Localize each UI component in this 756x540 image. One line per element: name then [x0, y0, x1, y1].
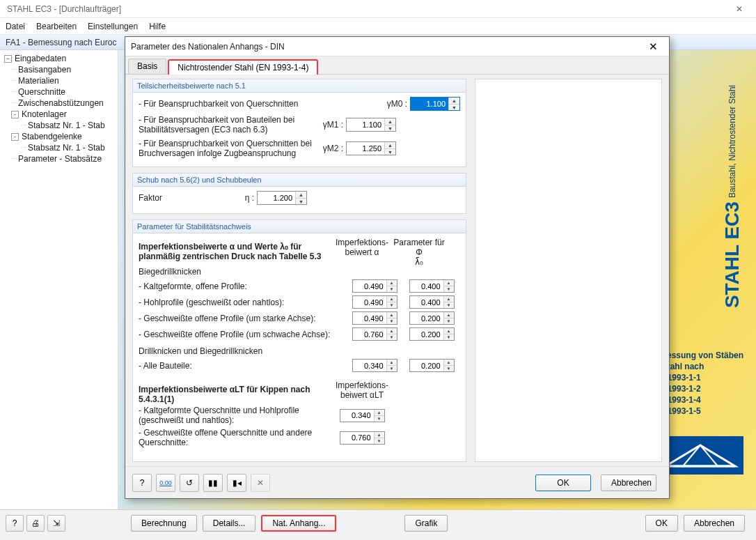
tree-item[interactable]: ⋯ Stabsatz Nr. 1 - Stab [1, 120, 116, 131]
svg-line-2 [683, 445, 700, 466]
dialog-tabs: Basis Nichtrostender Stahl (EN 1993-1-4) [125, 56, 669, 75]
tree-item[interactable]: -Stabendgelenke [1, 131, 116, 142]
units-icon[interactable]: 0.00 [156, 474, 175, 492]
tree-item[interactable]: ⋯ Zwischenabstützungen [1, 98, 116, 109]
col-lambda-header: Parameter für Φ λ̄₀ [391, 238, 448, 267]
spin-up-icon[interactable]: ▲ [449, 98, 459, 104]
nat-anhang-button[interactable]: Nat. Anhang... [261, 515, 336, 532]
tree-toggle-icon[interactable]: - [11, 133, 19, 141]
lambda-all-input[interactable]: ▲▼ [409, 359, 455, 372]
col-alpha-header: Imperfektions- beiwert α [333, 238, 391, 267]
alphalt-input-0[interactable]: ▲▼ [340, 409, 385, 422]
alpha-input-0[interactable]: ▲▼ [352, 279, 397, 293]
dialog-ok-button[interactable]: OK [535, 475, 591, 491]
alpha-input-2[interactable]: ▲▼ [352, 311, 397, 325]
window-close-icon[interactable]: ✕ [725, 4, 753, 14]
menu-hilfe[interactable]: Hilfe [149, 22, 166, 31]
bottom-toolbar: ? 🖨 ⇲ Berechnung Details... Nat. Anhang.… [0, 509, 756, 540]
tree-toggle-icon[interactable]: - [11, 111, 19, 118]
dialog-title-bar: Parameter des Nationalen Anhangs - DIN ✕ [125, 37, 669, 56]
details-button[interactable]: Details... [203, 515, 256, 532]
dialog-preview-panel [475, 79, 662, 462]
gamma-m2-input[interactable]: ▲▼ [346, 141, 396, 155]
dialog-close-icon[interactable]: ✕ [643, 40, 663, 53]
alpha-input-1[interactable]: ▲▼ [352, 295, 397, 309]
lambda-input-1[interactable]: ▲▼ [409, 295, 455, 309]
dialog-title: Parameter des Nationalen Anhangs - DIN [131, 42, 643, 52]
gamma-m1-input[interactable]: ▲▼ [346, 118, 396, 132]
tree-item[interactable]: ⋯ Querschnitte [1, 86, 116, 98]
tree-toggle-icon[interactable]: − [4, 55, 12, 63]
help-icon[interactable]: ? [132, 474, 152, 492]
group-schub: Schub nach 5.6(2) und Schubbeulen Faktor… [132, 173, 466, 214]
lambda-input-2[interactable]: ▲▼ [409, 311, 455, 325]
grafik-button[interactable]: Grafik [404, 515, 448, 532]
lambda-input-3[interactable]: ▲▼ [409, 327, 455, 341]
svg-line-3 [700, 445, 718, 466]
tree-item[interactable]: -Knotenlager [1, 109, 116, 120]
brand-logo: STAHL EC3 Baustahl, Nichtrostender Stahl [721, 85, 743, 308]
app-title: STAHL EC3 - [Durchlaufträger] [3, 4, 725, 14]
menu-datei[interactable]: Datei [6, 22, 25, 31]
app-title-bar: STAHL EC3 - [Durchlaufträger] ✕ [0, 0, 756, 18]
delete-icon: ✕ [251, 474, 270, 492]
tree-item[interactable]: ⋯ Stabsatz Nr. 1 - Stab [1, 142, 116, 153]
tab-nichtrostender-stahl[interactable]: Nichtrostender Stahl (EN 1993-1-4) [168, 59, 318, 75]
tree-item[interactable]: ⋯ Parameter - Stabsätze [1, 153, 116, 164]
tab-basis[interactable]: Basis [128, 59, 166, 74]
national-annex-dialog: Parameter des Nationalen Anhangs - DIN ✕… [125, 36, 670, 499]
svg-marker-0 [666, 445, 735, 466]
gamma-m0-input[interactable]: ▲▼ [410, 97, 460, 111]
sub-title: FA1 - Bemessung nach Euroc [6, 38, 116, 47]
library-icon[interactable]: ▮▮ [203, 474, 223, 492]
main-cancel-button[interactable]: Abbrechen [684, 515, 745, 532]
dialog-footer: ? 0.00 ↺ ▮▮ ▮◂ ✕ OK Abbrechen [125, 466, 669, 498]
restore-icon[interactable]: ↺ [180, 474, 199, 492]
eta-input[interactable]: ▲▼ [257, 191, 307, 205]
spin-down-icon[interactable]: ▼ [449, 104, 459, 110]
right-blurb: nessung von Stäben Stahl nach 1993-1-1 1… [662, 350, 743, 417]
tree-panel: − Eingabedaten ⋯ Basisangaben⋯ Materiali… [0, 50, 118, 509]
berechnung-button[interactable]: Berechnung [131, 515, 197, 532]
tree-root[interactable]: − Eingabedaten [1, 53, 116, 64]
group-teilsicherheitsbeiwerte: Teilsicherheitsbeiwerte nach 5.1 - Für B… [132, 79, 466, 167]
main-ok-button[interactable]: OK [645, 515, 678, 532]
lambda-input-0[interactable]: ▲▼ [409, 279, 455, 293]
group-stabilitaetsnachweis: Parameter für Stabilitätsnachweis Imperf… [132, 219, 466, 462]
help-icon[interactable]: ? [6, 515, 24, 532]
alpha-all-input[interactable]: ▲▼ [352, 359, 397, 372]
print-icon[interactable]: 🖨 [26, 515, 45, 532]
export-icon[interactable]: ⇲ [47, 515, 65, 532]
dialog-cancel-button[interactable]: Abbrechen [601, 475, 656, 491]
menu-bar: Datei Bearbeiten Einstellungen Hilfe [0, 18, 756, 35]
menu-bearbeiten[interactable]: Bearbeiten [36, 22, 77, 31]
tree-item[interactable]: ⋯ Materialien [1, 75, 116, 86]
menu-einstellungen[interactable]: Einstellungen [88, 22, 138, 31]
tree-item[interactable]: ⋯ Basisangaben [1, 64, 116, 75]
alphalt-input-1[interactable]: ▲▼ [340, 431, 385, 445]
save-profile-icon[interactable]: ▮◂ [227, 474, 246, 492]
alpha-input-3[interactable]: ▲▼ [352, 327, 397, 341]
